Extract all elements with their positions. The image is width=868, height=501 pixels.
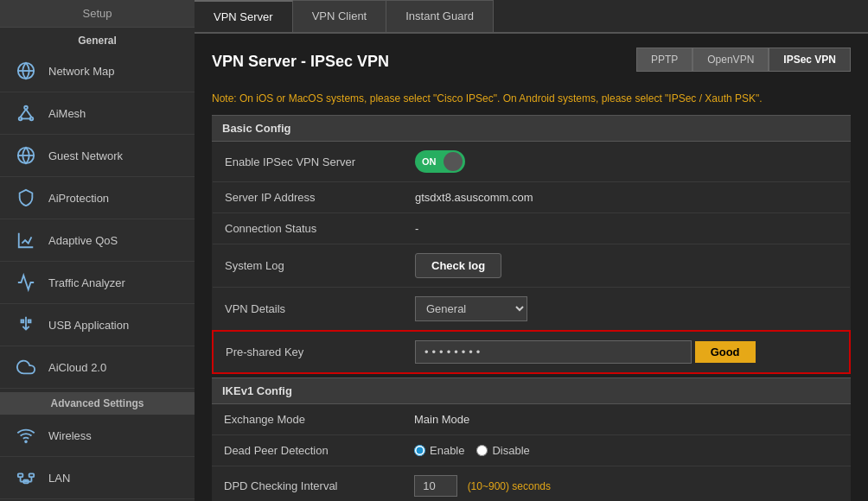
toggle-thumb — [444, 152, 463, 171]
basic-config-table: Enable IPSec VPN Server ON Server IP Add… — [212, 142, 851, 374]
lan-icon — [14, 466, 38, 490]
field-label-preshared-key: Pre-shared Key — [213, 331, 403, 373]
dead-peer-radio-group: Enable Disable — [414, 444, 839, 457]
sidebar-item-label: AiMesh — [48, 107, 86, 120]
guest-icon — [14, 143, 38, 168]
basic-config-header: Basic Config — [212, 115, 851, 142]
dead-peer-disable-text: Disable — [492, 444, 529, 457]
field-value-system-log: Check log — [403, 244, 850, 288]
field-label-dpd-interval: DPD Checking Interval — [212, 466, 402, 502]
dead-peer-disable-label[interactable]: Disable — [476, 444, 529, 457]
svg-line-5 — [21, 109, 26, 117]
ipsec-button[interactable]: IPSec VPN — [769, 48, 851, 72]
mesh-icon — [14, 101, 38, 125]
dead-peer-enable-radio[interactable] — [414, 445, 425, 456]
table-row-dpd-interval: DPD Checking Interval (10~900) seconds — [212, 466, 851, 502]
field-value-preshared-key: Good — [403, 331, 850, 373]
vpn-details-select[interactable]: General — [415, 296, 527, 321]
svg-point-2 — [24, 106, 28, 110]
table-row-server-ip: Server IP Address gtsdxt8.asuscomm.com — [213, 182, 850, 213]
sidebar-item-lan[interactable]: LAN — [0, 457, 195, 499]
sidebar-item-label: Adaptive QoS — [48, 234, 118, 247]
sidebar-general-label: General — [0, 28, 195, 50]
sidebar-item-label: Traffic Analyzer — [48, 276, 125, 289]
sidebar-item-usb-application[interactable]: USB Application — [0, 304, 195, 346]
field-label-server-ip: Server IP Address — [213, 182, 403, 213]
field-value-dpd-interval: (10~900) seconds — [402, 466, 851, 502]
cloud-icon — [14, 355, 38, 379]
field-label-system-log: System Log — [213, 244, 403, 288]
sidebar-item-label: USB Application — [48, 319, 129, 332]
tab-instant-guard[interactable]: Instant Guard — [386, 0, 494, 32]
vpn-type-buttons: PPTP OpenVPN IPSec VPN — [636, 48, 851, 72]
field-label-dead-peer: Dead Peer Detection — [212, 435, 402, 466]
check-log-button[interactable]: Check log — [415, 253, 501, 278]
shield-icon — [14, 186, 38, 210]
ikev1-config-table: Exchange Mode Main Mode Dead Peer Detect… — [212, 404, 851, 501]
table-row-system-log: System Log Check log — [213, 244, 850, 288]
sidebar-item-wireless[interactable]: Wireless — [0, 415, 195, 457]
table-row-preshared-key: Pre-shared Key Good — [213, 331, 850, 373]
svg-rect-12 — [29, 473, 34, 477]
sidebar-item-label: Network Map — [48, 65, 115, 78]
field-label-exchange-mode: Exchange Mode — [212, 404, 402, 435]
sidebar-item-network-map[interactable]: Network Map — [0, 50, 195, 92]
svg-rect-11 — [18, 473, 23, 477]
field-value-vpn-details: General — [403, 288, 850, 332]
table-row-vpn-details: VPN Details General — [213, 288, 850, 332]
usb-icon — [14, 313, 38, 337]
svg-line-6 — [26, 109, 31, 117]
page-title: VPN Server - IPSec VPN — [212, 53, 389, 71]
toggle-enable-ipsec[interactable]: ON — [415, 150, 465, 173]
sidebar-item-label: Wireless — [48, 429, 92, 442]
sidebar-item-traffic-analyzer[interactable]: Traffic Analyzer — [0, 262, 195, 304]
sidebar-item-aimesh[interactable]: AiMesh — [0, 92, 195, 135]
globe-icon — [14, 59, 38, 83]
wifi-icon — [14, 423, 38, 447]
sidebar-item-label: LAN — [48, 472, 70, 485]
table-row-dead-peer: Dead Peer Detection Enable Disable — [212, 435, 851, 466]
svg-point-10 — [25, 441, 27, 442]
sidebar-item-label: Guest Network — [48, 149, 123, 162]
ikev1-config-header: IKEv1 Config — [212, 377, 851, 404]
field-value-server-ip: gtsdxt8.asuscomm.com — [403, 182, 850, 213]
dpd-hint: (10~900) seconds — [468, 480, 551, 492]
sidebar-setup-label: Setup — [0, 0, 195, 28]
field-label-vpn-details: VPN Details — [213, 288, 403, 332]
tab-vpn-server[interactable]: VPN Server — [195, 0, 293, 32]
dead-peer-disable-radio[interactable] — [476, 445, 488, 456]
sidebar-item-aiprotection[interactable]: AiProtection — [0, 177, 195, 219]
sidebar-item-guest-network[interactable]: Guest Network — [0, 135, 195, 177]
sidebar: Setup General Network Map AiMesh Guest N… — [0, 0, 195, 501]
table-row-exchange-mode: Exchange Mode Main Mode — [212, 404, 851, 435]
field-value-enable-ipsec: ON — [403, 142, 850, 182]
sidebar-item-aicloud[interactable]: AiCloud 2.0 — [0, 346, 195, 389]
table-row-enable-ipsec: Enable IPSec VPN Server ON — [213, 142, 850, 182]
openvpn-button[interactable]: OpenVPN — [692, 48, 769, 72]
sidebar-item-adaptive-qos[interactable]: Adaptive QoS — [0, 219, 195, 262]
preshared-key-input[interactable] — [415, 340, 692, 364]
sidebar-item-label: AiProtection — [48, 192, 109, 205]
field-value-connection-status: - — [403, 213, 850, 244]
sidebar-item-label: AiCloud 2.0 — [48, 361, 106, 374]
field-label-connection-status: Connection Status — [213, 213, 403, 244]
sidebar-advanced-label: Advanced Settings — [0, 392, 195, 415]
main-content: VPN Server VPN Client Instant Guard VPN … — [195, 0, 868, 501]
tab-bar: VPN Server VPN Client Instant Guard — [195, 0, 868, 34]
note-text: Note: On iOS or MacOS systems, please se… — [212, 92, 851, 105]
dead-peer-enable-text: Enable — [430, 444, 464, 457]
good-badge: Good — [695, 341, 756, 363]
toggle-on-label: ON — [415, 156, 437, 167]
field-label-enable-ipsec: Enable IPSec VPN Server — [213, 142, 403, 182]
table-row-connection-status: Connection Status - — [213, 213, 850, 244]
field-value-dead-peer: Enable Disable — [402, 435, 851, 466]
qos-icon — [14, 228, 38, 252]
field-value-exchange-mode: Main Mode — [402, 404, 851, 435]
dead-peer-enable-label[interactable]: Enable — [414, 444, 464, 457]
dpd-interval-input[interactable] — [414, 475, 457, 497]
content-area: VPN Server - IPSec VPN PPTP OpenVPN IPSe… — [195, 34, 868, 501]
pptp-button[interactable]: PPTP — [636, 48, 692, 72]
tab-vpn-client[interactable]: VPN Client — [293, 0, 387, 32]
traffic-icon — [14, 270, 38, 295]
